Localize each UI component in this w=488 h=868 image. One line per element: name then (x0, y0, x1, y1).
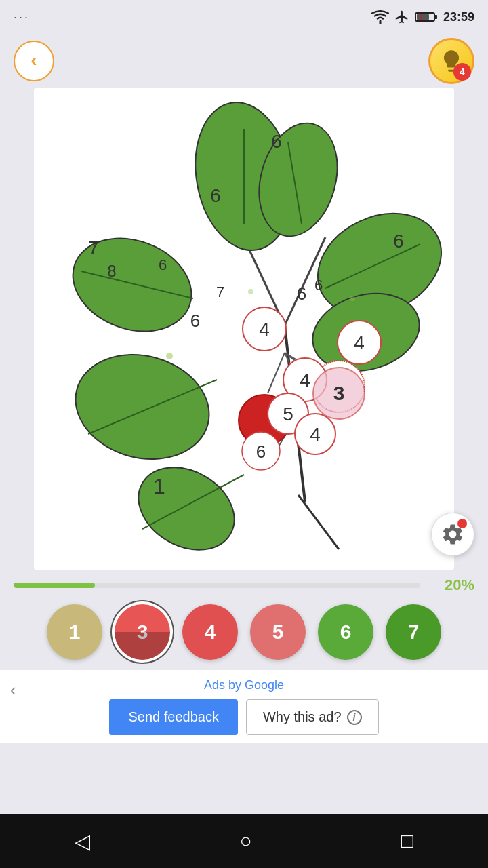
svg-text:5: 5 (283, 403, 293, 425)
google-text: Google (245, 678, 284, 692)
svg-rect-2 (417, 14, 429, 20)
svg-text:6: 6 (190, 311, 200, 331)
svg-text:6: 6 (256, 441, 266, 462)
back-button[interactable]: ‹ (14, 41, 54, 81)
ads-buttons-container: Send feedback Why this ad? i (14, 699, 474, 735)
header: ‹ 4 (0, 34, 488, 88)
svg-text:6: 6 (393, 231, 404, 252)
ads-section: Ads by Google Send feedback Why this ad?… (0, 670, 488, 743)
color-1-label: 1 (69, 620, 81, 644)
why-this-ad-label: Why this ad? (263, 709, 342, 725)
info-icon: i (347, 710, 362, 725)
svg-text:6: 6 (314, 277, 323, 294)
progress-bar-background (14, 583, 420, 588)
svg-text:7: 7 (216, 283, 224, 300)
svg-text:4: 4 (354, 332, 365, 353)
svg-rect-1 (434, 15, 437, 19)
svg-text:6: 6 (297, 283, 306, 304)
svg-text:6: 6 (210, 185, 221, 206)
bottom-navigation: ◁ ○ □ (0, 814, 488, 868)
progress-section: 20% (0, 570, 488, 597)
why-this-ad-button[interactable]: Why this ad? i (246, 699, 379, 735)
status-time: 23:59 (443, 10, 474, 24)
settings-notification-dot (458, 519, 467, 528)
nav-home-button[interactable]: ○ (239, 829, 251, 852)
svg-text:4: 4 (300, 370, 310, 391)
ads-back-button[interactable]: ‹ (10, 679, 16, 701)
svg-text:7: 7 (88, 237, 99, 258)
back-arrow-icon: ‹ (30, 51, 37, 70)
nav-back-button[interactable]: ◁ (75, 829, 90, 853)
svg-text:8: 8 (107, 262, 116, 280)
hint-badge: 4 (453, 63, 471, 81)
svg-text:1: 1 (153, 474, 165, 498)
progress-percent: 20% (427, 576, 474, 594)
ads-label: Ads by Google (14, 678, 474, 692)
nav-recent-button[interactable]: □ (401, 829, 413, 852)
svg-text:3: 3 (333, 382, 345, 404)
battery-icon (415, 11, 438, 23)
airplane-icon (394, 9, 409, 24)
drawing-canvas[interactable]: 6 6 7 8 6 6 7 6 6 4 4 6 4 3 5 4 6 1 (34, 88, 454, 570)
color-7-button[interactable]: 7 (386, 604, 441, 660)
color-4-button[interactable]: 4 (182, 604, 238, 660)
color-1-button[interactable]: 1 (47, 604, 102, 660)
svg-text:6: 6 (159, 256, 167, 273)
status-bar: ··· 23:59 (0, 0, 488, 34)
color-5-button[interactable]: 5 (250, 604, 306, 660)
status-dots: ··· (14, 10, 30, 24)
send-feedback-button[interactable]: Send feedback (109, 699, 237, 735)
svg-text:6: 6 (271, 131, 282, 152)
hint-button[interactable]: 4 (428, 38, 474, 84)
plant-illustration: 6 6 7 8 6 6 7 6 6 4 4 6 4 3 5 4 6 1 (34, 88, 454, 570)
color-5-label: 5 (272, 620, 284, 644)
progress-bar-fill (14, 583, 95, 588)
wifi-icon (371, 10, 389, 24)
svg-point-39 (166, 353, 173, 359)
color-palette: 1 3 4 5 6 7 (0, 597, 488, 670)
color-7-label: 7 (408, 620, 420, 644)
color-4-label: 4 (205, 620, 216, 644)
canvas-wrapper: 6 6 7 8 6 6 7 6 6 4 4 6 4 3 5 4 6 1 (0, 88, 488, 570)
color-6-label: 6 (340, 620, 352, 644)
settings-button[interactable] (431, 513, 474, 556)
svg-text:4: 4 (259, 319, 270, 340)
ads-text: Ads by (204, 678, 245, 692)
color-3-button[interactable]: 3 (115, 604, 170, 660)
svg-point-40 (248, 289, 253, 294)
status-icons: 23:59 (371, 9, 474, 24)
svg-text:4: 4 (310, 424, 321, 445)
color-6-button[interactable]: 6 (318, 604, 373, 660)
selected-indicator (115, 632, 170, 660)
svg-point-41 (350, 296, 355, 301)
